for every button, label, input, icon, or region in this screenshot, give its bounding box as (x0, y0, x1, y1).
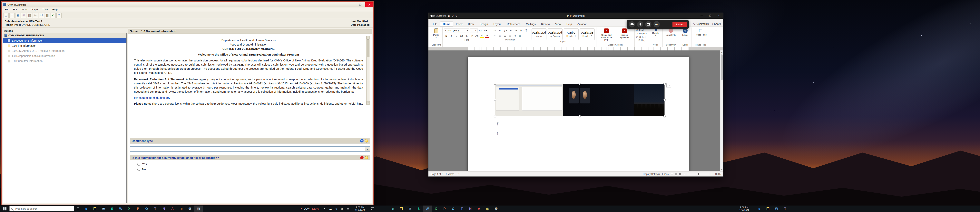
ribbon-tab[interactable]: Mailings (523, 22, 538, 27)
taskbar-search[interactable] (10, 206, 74, 211)
document-page[interactable]: ◠ ¶ ¶ (468, 57, 689, 171)
tray-icon[interactable]: ▭ (345, 206, 351, 212)
ruler[interactable] (428, 47, 723, 50)
toolbar-icon[interactable]: ▣ (15, 13, 21, 18)
menu-item[interactable]: Output (29, 8, 40, 11)
taskbar-app-icon[interactable]: ❒ (764, 206, 772, 212)
autosave-toggle[interactable] (430, 15, 435, 17)
proofing-icon[interactable]: ✓ (457, 173, 459, 175)
toolbar-icon[interactable]: ✂ (33, 13, 38, 18)
toolbar-icon[interactable]: ✔ (51, 13, 56, 18)
create-pdf-button[interactable]: A Create and Share Adobe PDF (598, 27, 615, 42)
undo-icon[interactable]: ↺ (452, 14, 454, 17)
taskbar-app-icon[interactable]: e (82, 206, 91, 212)
find-button[interactable]: ◎Find (636, 29, 648, 31)
taskbar-app-icon[interactable]: A (475, 206, 483, 212)
taskbar-app-icon[interactable]: ❒ (397, 206, 406, 212)
scroll-down-arrow[interactable]: ▼ (721, 168, 723, 171)
zoom-level[interactable]: 100% (715, 173, 721, 175)
ribbon-tab[interactable]: File (430, 22, 440, 27)
taskbar-app-icon[interactable]: X (125, 206, 134, 212)
paragraph-button[interactable]: ≡ (493, 34, 497, 38)
paragraph-button[interactable]: ⇕ (513, 34, 517, 38)
mic-button[interactable] (637, 21, 643, 27)
image-handle[interactable] (494, 115, 496, 117)
font-format-button[interactable]: U (454, 34, 459, 38)
radio-button[interactable] (137, 163, 140, 166)
taskbar-app-icon[interactable]: ◎ (483, 206, 492, 212)
taskbar-app-icon[interactable]: ✉ (99, 206, 108, 212)
tree-item[interactable]: 4.0 Responsible Official Information (3, 53, 126, 58)
image-handle[interactable] (663, 115, 666, 117)
image-handle[interactable] (663, 83, 666, 85)
read-mode-icon[interactable]: ☰ (671, 173, 673, 175)
display-settings-button[interactable]: Display Settings (643, 173, 660, 175)
word-count[interactable]: 0 words (446, 173, 454, 175)
tree-root[interactable]: CVM ONADE SUBMISSIONS (3, 33, 126, 38)
style-card[interactable]: AaBbCcE Heading 2 (580, 29, 595, 40)
taskbar-app-icon[interactable]: P (440, 206, 449, 212)
toolbar-icon[interactable]: ❒ (39, 13, 44, 18)
taskbar-app-icon[interactable]: ⚙ (185, 206, 194, 212)
paragraph-button[interactable]: ▤ (508, 34, 512, 38)
request-signatures-button[interactable]: ✎ Request Signatures (616, 27, 633, 40)
style-card[interactable]: AaBbC Heading 1 (564, 29, 579, 40)
taskbar-app-icon[interactable]: ❒ (91, 206, 99, 212)
minimize-button[interactable]: — (697, 13, 706, 19)
taskbar-app-icon[interactable]: S (108, 206, 116, 212)
paste-button[interactable]: Paste ▾ (431, 27, 441, 40)
alert-icon[interactable]: ! (360, 156, 364, 159)
scroll-thumb[interactable] (367, 39, 369, 57)
ribbon-tab[interactable]: Help (564, 22, 574, 27)
toolbar-icon[interactable]: ✉ (21, 13, 26, 18)
radio-button[interactable] (137, 168, 140, 171)
lightbulb-icon[interactable] (365, 156, 368, 159)
menu-item[interactable]: Tools (40, 8, 50, 11)
paragraph-button[interactable]: ≣ (498, 34, 502, 38)
taskbar-app-icon[interactable]: P (134, 206, 142, 212)
taskbar-app-icon[interactable]: W (772, 206, 781, 212)
scroll-down-arrow[interactable]: ▼ (366, 101, 370, 104)
paragraph-button[interactable]: ⋮≡ (503, 28, 508, 32)
toolbar-icon[interactable]: ▤ (27, 13, 32, 18)
camera-button[interactable] (629, 21, 635, 27)
paragraph-button[interactable]: № (498, 28, 502, 32)
select-button[interactable]: ▢Select (636, 36, 648, 39)
toolbar-icon[interactable]: ❐ (10, 13, 14, 18)
taskbar-app-icon[interactable]: e (755, 206, 764, 212)
font-format-button[interactable]: I (449, 34, 453, 38)
minimize-button[interactable]: – (347, 2, 355, 7)
style-card[interactable]: AaBbCcDd Normal (531, 29, 546, 40)
close-button[interactable]: ✕ (714, 13, 723, 19)
taskbar-clock[interactable]: 2:06 PM 12/6/2022 (352, 206, 369, 212)
toolbar-icon[interactable]: ▦ (45, 13, 50, 18)
image-handle[interactable] (579, 115, 581, 117)
font-format-button[interactable]: x₂ (465, 34, 469, 38)
image-handle[interactable] (663, 99, 666, 101)
scroll-thumb[interactable] (721, 55, 723, 80)
menu-item[interactable]: Edit (11, 8, 19, 11)
taskbar-app-icon[interactable]: O (449, 206, 457, 212)
screenshare-button[interactable] (645, 21, 652, 27)
taskbar-app-icon[interactable]: O (142, 206, 151, 212)
taskbar-app-icon[interactable]: W (116, 206, 125, 212)
paragraph-button[interactable]: ¶ (524, 28, 528, 32)
image-handle[interactable] (494, 83, 496, 85)
style-card[interactable]: AaBbCcDd No Spacing (547, 29, 563, 40)
tree-item[interactable]: 1.0 Document Information (3, 38, 126, 43)
more-options-button[interactable]: ⋯ (654, 21, 660, 27)
web-layout-icon[interactable]: ▦ (679, 173, 681, 175)
ribbon-tab[interactable]: Home (440, 21, 453, 27)
taskbar-app-icon[interactable]: ▤ (194, 206, 203, 212)
scroll-up-arrow[interactable]: ▲ (366, 36, 370, 39)
help-icon[interactable]: ? (360, 139, 364, 143)
search-input[interactable] (15, 207, 64, 210)
dropdown-arrow-button[interactable]: ▼ (365, 147, 370, 151)
paragraph-button[interactable]: ▦ (518, 34, 522, 38)
scroll-up-arrow[interactable]: ▲ (721, 50, 723, 54)
shrink-font-button[interactable]: A▾ (483, 29, 488, 33)
ribbon-tab[interactable]: View (553, 22, 563, 27)
taskbar-app-icon[interactable]: ◎ (177, 206, 185, 212)
save-icon[interactable]: ▣ (448, 14, 450, 17)
action-center-button[interactable] (369, 206, 376, 212)
